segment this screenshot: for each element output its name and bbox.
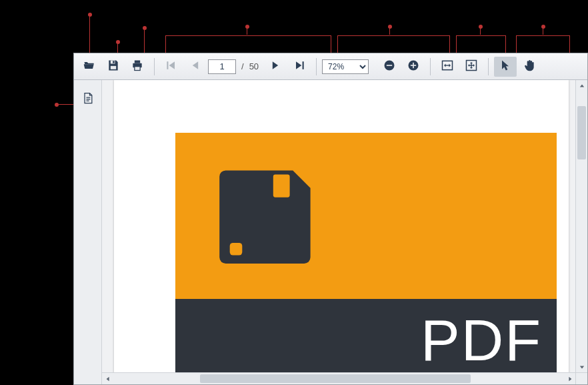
- page-separator: /: [237, 61, 248, 71]
- callout-dot: [479, 25, 483, 29]
- callout-tick: [516, 35, 517, 53]
- zoom-select[interactable]: 72%: [322, 59, 369, 74]
- svg-rect-22: [230, 243, 243, 256]
- toolbar: / 50 72%: [74, 53, 587, 80]
- callout-line: [165, 35, 331, 36]
- callout-line: [247, 28, 247, 35]
- vertical-scrollbar[interactable]: [575, 80, 587, 372]
- callout-line: [117, 43, 118, 53]
- callout-tick: [569, 35, 570, 53]
- svg-rect-12: [413, 63, 414, 68]
- callout-line: [543, 28, 543, 35]
- svg-rect-9: [387, 65, 392, 66]
- scroll-up-button[interactable]: [576, 80, 587, 91]
- callout-dot: [88, 13, 92, 17]
- svg-rect-17: [469, 65, 474, 65]
- callout-dot: [55, 103, 59, 107]
- save-button[interactable]: [102, 57, 125, 77]
- prev-page-button[interactable]: [184, 57, 207, 77]
- scroll-left-button[interactable]: [102, 373, 113, 384]
- callout-line: [59, 104, 73, 105]
- callout-line: [144, 30, 145, 53]
- toolbar-separator: [154, 58, 155, 75]
- scrollbar-corner: [575, 373, 587, 384]
- save-icon: [107, 59, 120, 74]
- main-area: PDF: [74, 80, 587, 384]
- callout-dot: [388, 25, 392, 29]
- svg-rect-6: [167, 61, 168, 69]
- scroll-down-button[interactable]: [576, 361, 587, 372]
- folder-open-icon: [83, 59, 96, 74]
- zoom-in-button[interactable]: [402, 57, 425, 77]
- print-button[interactable]: [126, 57, 149, 77]
- svg-rect-2: [111, 66, 116, 69]
- zoom-out-button[interactable]: [378, 57, 401, 77]
- scroll-track[interactable]: [576, 91, 587, 361]
- sidebar: [74, 80, 102, 384]
- last-page-icon: [293, 59, 306, 74]
- callout-tick: [456, 35, 457, 53]
- svg-rect-5: [135, 67, 140, 71]
- scroll-right-button[interactable]: [564, 373, 575, 384]
- last-page-button[interactable]: [288, 57, 311, 77]
- callout-tick: [165, 35, 166, 53]
- horizontal-scrollbar[interactable]: [102, 372, 587, 384]
- callout-tick: [449, 35, 450, 53]
- print-icon: [131, 59, 144, 74]
- callout-dot: [143, 26, 147, 30]
- cover-title: PDF: [421, 306, 542, 372]
- page-number-input[interactable]: [208, 59, 236, 74]
- svg-rect-14: [445, 65, 450, 65]
- select-tool-button[interactable]: [494, 57, 517, 77]
- callout-line: [480, 28, 481, 35]
- callout-line: [456, 35, 505, 36]
- svg-rect-1: [113, 61, 115, 63]
- pan-tool-button[interactable]: [518, 57, 541, 77]
- page-total: 50: [249, 61, 263, 71]
- fit-page-icon: [465, 59, 478, 74]
- next-page-icon: [269, 59, 282, 74]
- document-page: PDF: [114, 80, 569, 372]
- prev-page-icon: [189, 59, 202, 74]
- callout-line: [389, 28, 390, 35]
- open-button[interactable]: [78, 57, 101, 77]
- callout-line: [89, 17, 90, 53]
- callout-tick: [337, 35, 338, 53]
- hand-icon: [523, 59, 536, 74]
- svg-rect-4: [135, 61, 140, 63]
- toolbar-separator: [488, 58, 489, 75]
- first-page-button[interactable]: [160, 57, 183, 77]
- zoom-in-icon: [407, 59, 420, 74]
- fit-width-icon: [441, 59, 454, 74]
- scroll-thumb[interactable]: [577, 106, 586, 159]
- page-icon: [81, 91, 95, 107]
- scroll-track[interactable]: [113, 373, 564, 384]
- callout-tick: [331, 35, 331, 53]
- document-viewport[interactable]: PDF: [102, 80, 575, 372]
- first-page-icon: [165, 59, 178, 74]
- scroll-thumb[interactable]: [200, 374, 471, 383]
- zoom-out-icon: [383, 59, 396, 74]
- svg-rect-7: [303, 61, 304, 69]
- callout-tick: [505, 35, 506, 53]
- fit-page-button[interactable]: [460, 57, 483, 77]
- document-wrap: PDF: [102, 80, 587, 384]
- toolbar-separator: [316, 58, 317, 75]
- page-content: PDF: [175, 133, 557, 372]
- callout-line: [516, 35, 569, 36]
- callout-dot: [541, 25, 545, 29]
- svg-rect-21: [273, 175, 290, 198]
- callout-dot: [245, 25, 249, 29]
- thumbnails-button[interactable]: [79, 89, 97, 108]
- cursor-icon: [499, 59, 512, 74]
- next-page-button[interactable]: [264, 57, 287, 77]
- toolbar-separator: [430, 58, 431, 75]
- fit-width-button[interactable]: [436, 57, 459, 77]
- callout-dot: [116, 40, 120, 44]
- pdf-viewer: / 50 72%: [73, 53, 588, 385]
- callout-line: [337, 35, 449, 36]
- floppy-icon: [215, 162, 319, 268]
